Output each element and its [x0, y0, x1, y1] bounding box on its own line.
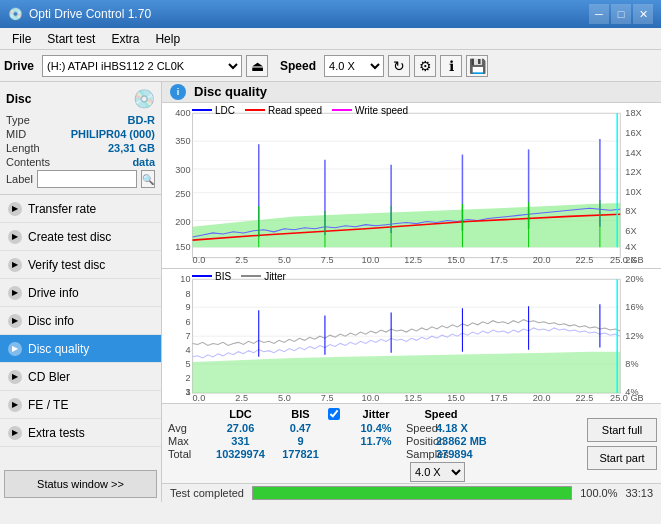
svg-text:350: 350	[175, 136, 190, 146]
drive-info-icon: ▶	[8, 286, 22, 300]
svg-text:20.0: 20.0	[533, 254, 551, 264]
status-window-button[interactable]: Status window >>	[4, 470, 157, 498]
speed-stats-header: Speed	[406, 408, 476, 420]
eject-button[interactable]: ⏏	[246, 55, 268, 77]
bottom-chart-panel: BIS Jitter 10 9	[162, 269, 661, 403]
start-full-button[interactable]: Start full	[587, 418, 657, 442]
sidebar-item-label: FE / TE	[28, 398, 68, 412]
sidebar-item-cd-bler[interactable]: ▶ CD Bler	[0, 363, 161, 391]
refresh-button[interactable]: ↻	[388, 55, 410, 77]
bottom-chart-svg: 10 9 7 5 3 8 6 4 2 1 20% 16% 12% 8% 4%	[162, 269, 661, 403]
svg-text:25.0 GB: 25.0 GB	[610, 254, 644, 264]
sidebar-item-label: Create test disc	[28, 230, 111, 244]
disc-header: Disc 💿	[6, 88, 155, 110]
sidebar-item-fe-te[interactable]: ▶ FE / TE	[0, 391, 161, 419]
disc-label-input[interactable]	[37, 170, 137, 188]
save-button[interactable]: 💾	[466, 55, 488, 77]
speed-label-stats: Speed	[406, 422, 436, 434]
progress-bar-fill	[253, 487, 571, 499]
menu-start-test[interactable]: Start test	[39, 30, 103, 48]
speed-label: Speed	[280, 59, 316, 73]
svg-text:9: 9	[185, 302, 190, 312]
max-label: Max	[168, 435, 208, 447]
sidebar-item-verify-test[interactable]: ▶ Verify test disc	[0, 251, 161, 279]
speed-select[interactable]: 4.0 X	[324, 55, 384, 77]
bottom-stats-area: LDC BIS Jitter Speed Avg 27.06 0.47 10.4…	[162, 403, 661, 483]
sidebar-item-label: Verify test disc	[28, 258, 105, 272]
samples-label: Samples	[406, 448, 436, 460]
disc-title: Disc	[6, 92, 31, 106]
sidebar-item-disc-quality[interactable]: ▶ Disc quality	[0, 335, 161, 363]
svg-text:12X: 12X	[625, 167, 641, 177]
svg-text:8: 8	[185, 288, 190, 298]
cd-bler-icon: ▶	[8, 370, 22, 384]
svg-text:6X: 6X	[625, 226, 636, 236]
svg-text:200: 200	[175, 216, 190, 226]
svg-text:22.5: 22.5	[575, 393, 593, 403]
sidebar-item-create-test[interactable]: ▶ Create test disc	[0, 223, 161, 251]
chart-title: Disc quality	[194, 84, 267, 99]
svg-text:5.0: 5.0	[278, 254, 291, 264]
position-label: Position	[406, 435, 436, 447]
legend-ldc: LDC	[192, 105, 235, 116]
sidebar-item-label: Transfer rate	[28, 202, 96, 216]
svg-text:400: 400	[175, 108, 190, 118]
status-text: Test completed	[170, 487, 244, 499]
menu-file[interactable]: File	[4, 30, 39, 48]
progress-bar	[252, 486, 572, 500]
svg-text:15.0: 15.0	[447, 254, 465, 264]
settings-button[interactable]: ⚙	[414, 55, 436, 77]
avg-bis-value: 0.47	[273, 422, 328, 434]
start-part-button[interactable]: Start part	[587, 446, 657, 470]
top-chart-panel: LDC Read speed Write speed	[162, 103, 661, 269]
disc-section: Disc 💿 Type BD-R MID PHILIPR04 (000) Len…	[0, 82, 161, 195]
total-label: Total	[168, 448, 208, 460]
svg-text:16X: 16X	[625, 128, 641, 138]
app-body: Disc 💿 Type BD-R MID PHILIPR04 (000) Len…	[0, 82, 661, 502]
svg-text:7.5: 7.5	[321, 393, 334, 403]
jitter-checkbox[interactable]	[328, 408, 340, 420]
total-bis-value: 177821	[273, 448, 328, 460]
disc-type-row: Type BD-R	[6, 114, 155, 126]
minimize-button[interactable]: ─	[589, 4, 609, 24]
maximize-button[interactable]: □	[611, 4, 631, 24]
app-icon: 💿	[8, 7, 23, 21]
svg-text:25.0 GB: 25.0 GB	[610, 393, 644, 403]
svg-text:10.0: 10.0	[362, 254, 380, 264]
disc-label-btn[interactable]: 🔍	[141, 170, 155, 188]
ldc-header: LDC	[208, 408, 273, 420]
svg-text:12.5: 12.5	[404, 393, 422, 403]
avg-label: Avg	[168, 422, 208, 434]
svg-text:2.5: 2.5	[235, 254, 248, 264]
sidebar-item-label: CD Bler	[28, 370, 70, 384]
svg-text:250: 250	[175, 188, 190, 198]
sidebar-item-drive-info[interactable]: ▶ Drive info	[0, 279, 161, 307]
close-button[interactable]: ✕	[633, 4, 653, 24]
max-jitter-value: 11.7%	[346, 435, 406, 447]
svg-text:7.5: 7.5	[321, 254, 334, 264]
top-chart-svg: 400 350 300 250 200 150 18X 16X 14X 12X …	[162, 103, 661, 268]
sidebar-item-disc-info[interactable]: ▶ Disc info	[0, 307, 161, 335]
legend-read-speed: Read speed	[245, 105, 322, 116]
sidebar-item-label: Drive info	[28, 286, 79, 300]
sidebar-item-label: Extra tests	[28, 426, 85, 440]
menu-help[interactable]: Help	[147, 30, 188, 48]
svg-text:12.5: 12.5	[404, 254, 422, 264]
drive-select[interactable]: (H:) ATAPI iHBS112 2 CL0K	[42, 55, 242, 77]
svg-text:7: 7	[185, 331, 190, 341]
speed-dropdown[interactable]: 4.0 X	[410, 462, 465, 482]
svg-text:4: 4	[185, 344, 190, 354]
info-button[interactable]: ℹ	[440, 55, 462, 77]
svg-text:5: 5	[185, 359, 190, 369]
sidebar: Disc 💿 Type BD-R MID PHILIPR04 (000) Len…	[0, 82, 162, 502]
svg-text:4X: 4X	[625, 242, 636, 252]
right-buttons: Start full Start part	[583, 404, 661, 483]
svg-text:8%: 8%	[625, 359, 638, 369]
sidebar-item-extra-tests[interactable]: ▶ Extra tests	[0, 419, 161, 447]
fe-te-icon: ▶	[8, 398, 22, 412]
sidebar-item-transfer-rate[interactable]: ▶ Transfer rate	[0, 195, 161, 223]
svg-text:10.0: 10.0	[362, 393, 380, 403]
menu-extra[interactable]: Extra	[103, 30, 147, 48]
svg-text:0.0: 0.0	[193, 254, 206, 264]
svg-text:12%: 12%	[625, 331, 643, 341]
